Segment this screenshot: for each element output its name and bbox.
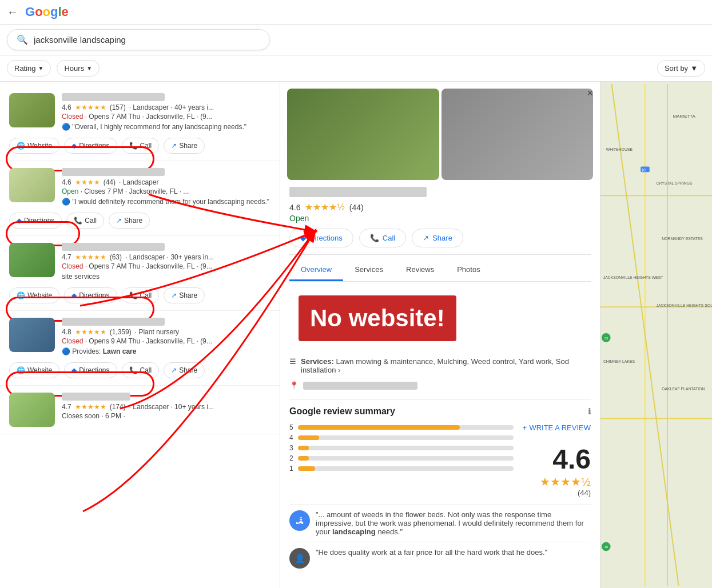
result-status-detail-4: · Opens 9 AM Thu · Jacksonville, FL · (9… xyxy=(85,337,212,345)
result-thumb-4 xyxy=(9,318,55,352)
directions-label-3: Directions xyxy=(79,291,109,299)
result-stars-1: ★★★★★ xyxy=(75,103,106,111)
rating-stars-big: ★★★★½ xyxy=(523,475,591,489)
result-type-4: · Plant nursery xyxy=(135,328,179,336)
result-top-3: 4.7 ★★★★★ (63) · Landscaper · 30+ years … xyxy=(9,243,271,283)
result-rating-5: 4.7 ★★★★★ (174) · Landscaper · 10+ years… xyxy=(62,403,271,411)
result-status-2: Open · Closes 7 PM · Jacksonville, FL · … xyxy=(62,187,271,195)
tab-services[interactable]: Services xyxy=(343,259,395,281)
tab-photos[interactable]: Photos xyxy=(446,259,491,281)
result-status-3: Closed · Opens 7 AM Thu · Jacksonville, … xyxy=(62,262,271,270)
call-btn-2[interactable]: 📞 Call xyxy=(66,213,104,229)
write-review-btn[interactable]: + WRITE A REVIEW xyxy=(523,423,591,432)
directions-btn-4[interactable]: ◆ Directions xyxy=(64,362,117,378)
map-background: MARIETTA WHITEHOUSE CRYSTAL SPRINGS NORM… xyxy=(600,82,712,588)
tab-reviews[interactable]: Reviews xyxy=(395,259,446,281)
hours-label: Hours xyxy=(64,64,84,73)
result-thumb-3 xyxy=(9,243,55,277)
result-rating-score-5: 4.7 xyxy=(62,403,71,411)
call-label-1: Call xyxy=(140,142,152,150)
directions-btn-1[interactable]: ◆ Directions xyxy=(64,138,117,154)
result-card-2: 4.6 ★★★★ (44) · Landscaper Open · Closes… xyxy=(0,161,280,236)
detail-rating-score: 4.6 xyxy=(289,203,300,212)
rating-filter[interactable]: Rating ▼ xyxy=(7,60,51,77)
result-top-4: 4.8 ★★★★★ (1,359) · Plant nursery Closed… xyxy=(9,318,271,358)
map-svg: MARIETTA WHITEHOUSE CRYSTAL SPRINGS NORM… xyxy=(600,82,712,588)
top-nav: ← Google xyxy=(0,0,712,25)
detail-location: 📍 xyxy=(280,381,600,390)
share-btn-1[interactable]: ↗ Share xyxy=(164,138,205,154)
result-card-3: 4.7 ★★★★★ (63) · Landscaper · 30+ years … xyxy=(0,236,280,311)
search-bar[interactable]: 🔍 xyxy=(7,29,270,50)
share-icon-1: ↗ xyxy=(171,142,177,150)
call-btn-4[interactable]: 📞 Call xyxy=(122,362,160,378)
result-rating-2: 4.6 ★★★★ (44) · Landscaper xyxy=(62,178,271,186)
directions-label-4: Directions xyxy=(79,366,109,374)
review-summary-title: Google review summary ℹ xyxy=(289,406,591,417)
directions-icon-4: ◆ xyxy=(71,366,77,374)
result-stars-3: ★★★★★ xyxy=(75,253,106,261)
hours-filter[interactable]: Hours ▼ xyxy=(57,60,100,77)
detail-services: ☰ Services: Lawn mowing & maintenance, M… xyxy=(280,357,600,374)
detail-call-label: Call xyxy=(383,234,395,242)
detail-share-btn[interactable]: ↗ Share xyxy=(412,229,463,247)
detail-directions-btn[interactable]: ◆ Directions xyxy=(289,229,353,247)
result-rating-score-2: 4.6 xyxy=(62,178,71,186)
svg-text:10: 10 xyxy=(604,545,608,549)
bar-row-4: 4 xyxy=(289,434,514,442)
services-content: Lawn mowing & maintenance, Mulching, Wee… xyxy=(301,357,569,374)
main-layout: 4.6 ★★★★★ (157) · Landscaper · 40+ years… xyxy=(0,82,712,588)
call-btn-3[interactable]: 📞 Call xyxy=(122,287,160,303)
bar-label-4: 4 xyxy=(289,434,293,442)
detail-divider-1 xyxy=(289,254,591,255)
share-label-1: Share xyxy=(179,142,197,150)
verified-icon-4: 🔵 xyxy=(62,347,70,355)
website-btn-4[interactable]: 🌐 Website xyxy=(9,362,59,378)
sort-by-button[interactable]: Sort by ▼ xyxy=(657,60,705,77)
phone-icon-1: 📞 xyxy=(129,142,138,150)
directions-btn-3[interactable]: ◆ Directions xyxy=(64,287,117,303)
back-button[interactable]: ← xyxy=(7,6,18,19)
result-open-2: Open xyxy=(62,187,78,195)
hours-chevron: ▼ xyxy=(86,65,92,71)
rating-label: Rating xyxy=(14,64,36,73)
result-info-3: 4.7 ★★★★★ (63) · Landscaper · 30+ years … xyxy=(62,243,271,283)
call-btn-1[interactable]: 📞 Call xyxy=(122,138,160,154)
result-review-count-3: (63) xyxy=(110,253,122,261)
bar-row-5: 5 xyxy=(289,423,514,431)
services-expand-icon[interactable]: › xyxy=(338,366,340,374)
share-btn-2[interactable]: ↗ Share xyxy=(109,213,150,229)
website-btn-1[interactable]: 🌐 Website xyxy=(9,138,59,154)
result-name-4 xyxy=(62,318,165,326)
result-thumb-5 xyxy=(9,393,55,427)
website-btn-3[interactable]: 🌐 Website xyxy=(9,287,59,303)
sort-chevron: ▼ xyxy=(690,64,698,73)
directions-label-1: Directions xyxy=(79,142,109,150)
share-btn-4[interactable]: ↗ Share xyxy=(164,362,205,378)
result-review-count-5: (174) xyxy=(110,403,126,411)
search-input[interactable] xyxy=(34,35,260,45)
svg-rect-0 xyxy=(600,84,712,586)
bar-track-4 xyxy=(298,435,514,440)
share-btn-3[interactable]: ↗ Share xyxy=(164,287,205,303)
rating-bars: 5 4 3 xyxy=(289,423,514,475)
directions-btn-2[interactable]: ◆ Directions xyxy=(9,213,62,229)
detail-call-btn[interactable]: 📞 Call xyxy=(359,229,406,247)
sort-by-label: Sort by xyxy=(665,64,688,73)
result-top-1: 4.6 ★★★★★ (157) · Landscaper · 40+ years… xyxy=(9,93,271,133)
svg-text:WHITEHOUSE: WHITEHOUSE xyxy=(606,147,633,151)
detail-close-button[interactable]: × xyxy=(587,87,593,99)
bar-fill-1 xyxy=(298,466,315,471)
result-info-4: 4.8 ★★★★★ (1,359) · Plant nursery Closed… xyxy=(62,318,271,358)
result-thumb-2 xyxy=(9,168,55,202)
result-status-detail-5: Closes soon · 6 PM · xyxy=(62,412,125,420)
call-label-2: Call xyxy=(85,217,97,225)
result-name-5 xyxy=(62,393,130,401)
svg-text:OAKLEAF PLANTATION: OAKLEAF PLANTATION xyxy=(662,387,705,391)
services-text: Services: Lawn mowing & maintenance, Mul… xyxy=(301,357,591,374)
bar-fill-3 xyxy=(298,446,309,450)
tab-overview[interactable]: Overview xyxy=(289,259,343,281)
bar-row-2: 2 xyxy=(289,454,514,462)
result-review-count-1: (157) xyxy=(110,103,126,111)
rating-chevron: ▼ xyxy=(38,65,44,71)
